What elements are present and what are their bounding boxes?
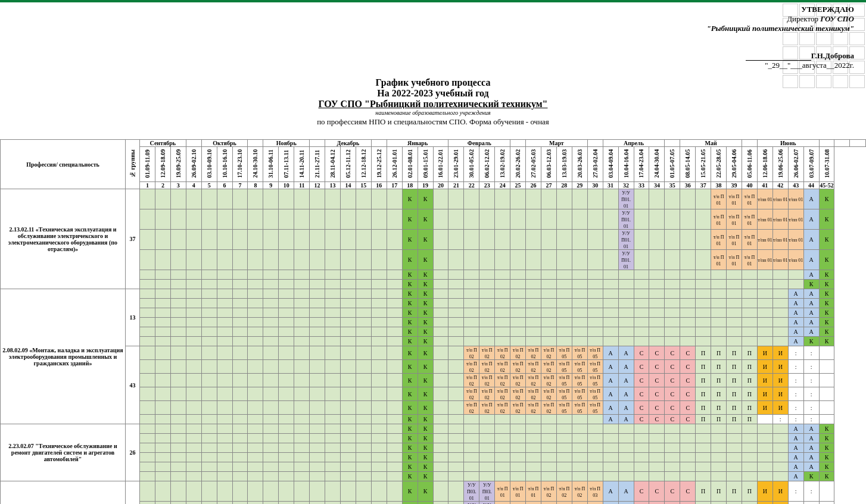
schedule-cell (356, 209, 371, 230)
schedule-cell (634, 337, 649, 346)
schedule-cell (325, 337, 341, 346)
schedule-cell (479, 299, 495, 308)
schedule-cell (495, 289, 510, 299)
week-dates: 06.02-12.02 (479, 147, 495, 182)
schedule-cell (479, 434, 495, 443)
schedule-cell (140, 337, 155, 346)
schedule-cell (248, 308, 263, 318)
schedule-cell (572, 289, 587, 299)
schedule-cell (649, 230, 665, 250)
schedule-cell: П (727, 502, 742, 505)
schedule-cell: С (649, 481, 665, 502)
schedule-cell (541, 289, 556, 299)
schedule-cell (711, 453, 727, 462)
schedule-cell: т/п П 02 (541, 374, 556, 387)
schedule-cell (696, 299, 711, 308)
schedule-cell (433, 289, 448, 299)
schedule-cell (587, 453, 603, 462)
schedule-cell (263, 270, 279, 280)
schedule-cell (232, 327, 248, 337)
schedule-cell (170, 481, 186, 502)
week-dates: 10.10-16.10 (217, 147, 232, 182)
schedule-cell (356, 270, 371, 280)
schedule-cell: К (418, 346, 433, 360)
schedule-cell: т/п П 01 (727, 250, 742, 270)
schedule-cell: т/п П 01 (742, 189, 757, 209)
schedule-cell: К (819, 472, 834, 481)
schedule-cell (711, 289, 727, 299)
schedule-cell (495, 415, 510, 424)
week-number: 21 (448, 182, 464, 189)
schedule-cell: С (649, 415, 665, 424)
schedule-cell (479, 230, 495, 250)
schedule-cell (325, 280, 341, 289)
schedule-cell (742, 462, 757, 472)
week-number: 11 (294, 182, 310, 189)
schedule-cell (325, 299, 341, 308)
schedule-cell (294, 270, 310, 280)
schedule-cell (603, 434, 618, 443)
schedule-cell (294, 308, 310, 318)
schedule-cell (772, 280, 788, 289)
schedule-cell (464, 209, 479, 230)
schedule-cell (340, 189, 356, 209)
week-number: 42 (772, 182, 788, 189)
week-number: 5 (201, 182, 217, 189)
schedule-cell (649, 189, 665, 209)
schedule-cell: т/п П 05 (556, 360, 572, 374)
schedule-cell: т/пп 01 (757, 230, 772, 250)
schedule-cell (340, 424, 356, 434)
schedule-cell (495, 189, 510, 209)
schedule-cell (294, 374, 310, 387)
week-number: 9 (263, 182, 279, 189)
schedule-cell (464, 189, 479, 209)
schedule-cell (587, 308, 603, 318)
schedule-cell (201, 250, 217, 270)
schedule-cell (325, 443, 341, 453)
schedule-cell (140, 280, 155, 289)
schedule-cell (556, 289, 572, 299)
schedule-cell (217, 327, 232, 337)
schedule-cell (742, 453, 757, 462)
schedule-cell (587, 270, 603, 280)
schedule-cell (448, 337, 464, 346)
schedule-cell (387, 280, 402, 289)
schedule-cell (356, 289, 371, 299)
schedule-cell: т/п П 02 (464, 360, 479, 374)
schedule-cell (634, 453, 649, 462)
schedule-cell (448, 374, 464, 387)
schedule-cell (201, 462, 217, 472)
schedule-cell (279, 462, 294, 472)
schedule-cell (263, 434, 279, 443)
schedule-cell (479, 443, 495, 453)
schedule-cell (665, 424, 680, 434)
schedule-cell (155, 337, 170, 346)
schedule-cell: т/п П 01 (742, 209, 757, 230)
schedule-cell: П (696, 387, 711, 401)
schedule-cell (433, 327, 448, 337)
schedule-cell (587, 289, 603, 299)
schedule-cell (248, 415, 263, 424)
schedule-cell (155, 360, 170, 374)
schedule-cell (541, 209, 556, 230)
month-header (819, 140, 834, 147)
schedule-cell (711, 424, 727, 434)
schedule-cell (495, 424, 510, 434)
schedule-cell: П (696, 481, 711, 502)
schedule-cell (572, 230, 587, 250)
schedule-cell (556, 280, 572, 289)
schedule-cell (170, 472, 186, 481)
schedule-cell (387, 453, 402, 462)
schedule-cell (340, 502, 356, 505)
month-header (587, 140, 603, 147)
schedule-cell: П (711, 481, 727, 502)
schedule-cell (155, 189, 170, 209)
schedule-cell: К (402, 299, 418, 308)
schedule-cell (727, 472, 742, 481)
schedule-cell (680, 189, 696, 209)
schedule-cell (170, 434, 186, 443)
schedule-cell (201, 289, 217, 299)
schedule-cell (340, 462, 356, 472)
week-dates: 03.10-09.10 (201, 147, 217, 182)
signature-line: Г.Н.Доброва (604, 51, 854, 61)
